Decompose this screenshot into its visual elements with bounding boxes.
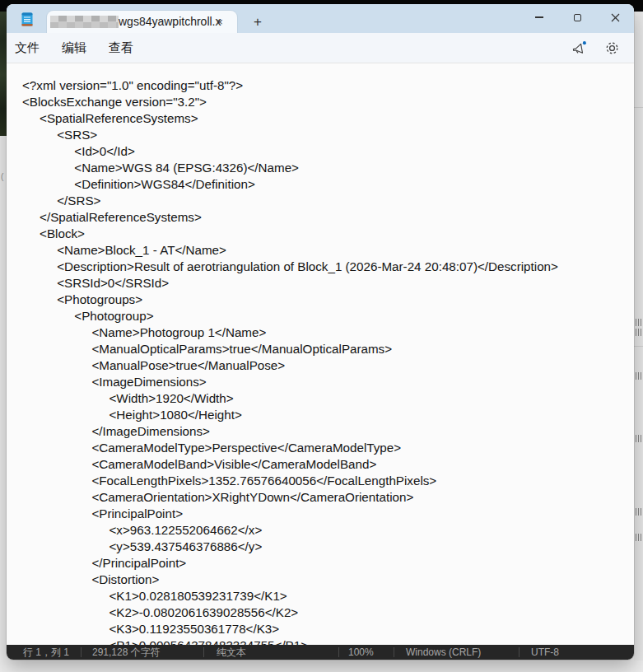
status-divider: [338, 647, 339, 657]
megaphone-icon: [570, 40, 588, 58]
close-button[interactable]: [596, 4, 634, 30]
status-char-count: 291,128 个字符: [92, 645, 161, 660]
menu-edit[interactable]: 编辑: [57, 37, 91, 59]
tab-close-icon[interactable]: ×: [212, 15, 227, 30]
settings-button[interactable]: [601, 38, 622, 59]
menu-file[interactable]: 文件: [10, 37, 44, 59]
tab-title: wgs84yawpitchroll.x: [119, 11, 221, 33]
status-cursor-position: 行 1，列 1: [23, 645, 69, 660]
tab-document[interactable]: wgs84yawpitchroll.x ×: [47, 11, 237, 33]
tab-title-censored-mosaic: [50, 16, 119, 28]
status-divider: [203, 647, 204, 657]
status-doc-type: 纯文本: [217, 645, 246, 660]
new-tab-button[interactable]: +: [246, 13, 269, 33]
status-divider: [519, 647, 520, 657]
status-zoom-level: 100%: [348, 645, 374, 660]
desktop-wallpaper-fragment: [0, 0, 7, 136]
minimize-button[interactable]: [520, 4, 558, 30]
text-editor[interactable]: <?xml version="1.0" encoding="utf-8"?> <…: [7, 63, 634, 645]
minimize-icon: [535, 16, 543, 17]
status-divider: [394, 647, 394, 657]
status-divider: [81, 647, 82, 657]
maximize-button[interactable]: [558, 4, 596, 30]
background-window-sliver: [634, 0, 643, 660]
desktop-fragment: (: [1, 173, 3, 181]
notepad-window: wgs84yawpitchroll.x × + 文件 编辑 查看: [7, 4, 634, 660]
gear-icon: [604, 40, 620, 56]
status-line-ending: Windows (CRLF): [406, 645, 481, 660]
notepad-icon: [21, 12, 33, 26]
menubar-right-icons: [568, 33, 622, 63]
titlebar: wgs84yawpitchroll.x × +: [7, 4, 634, 33]
menu-view[interactable]: 查看: [104, 37, 138, 59]
announcement-button[interactable]: [568, 38, 589, 59]
menubar: 文件 编辑 查看: [7, 33, 634, 63]
statusbar: 行 1，列 1 291,128 个字符 纯文本 100% Windows (CR…: [7, 645, 634, 660]
window-controls: [520, 4, 634, 30]
maximize-icon: [574, 14, 581, 21]
editor-text: <?xml version="1.0" encoding="utf-8"?> <…: [7, 63, 634, 645]
status-encoding: UTF-8: [531, 645, 559, 660]
close-icon: [611, 13, 620, 22]
